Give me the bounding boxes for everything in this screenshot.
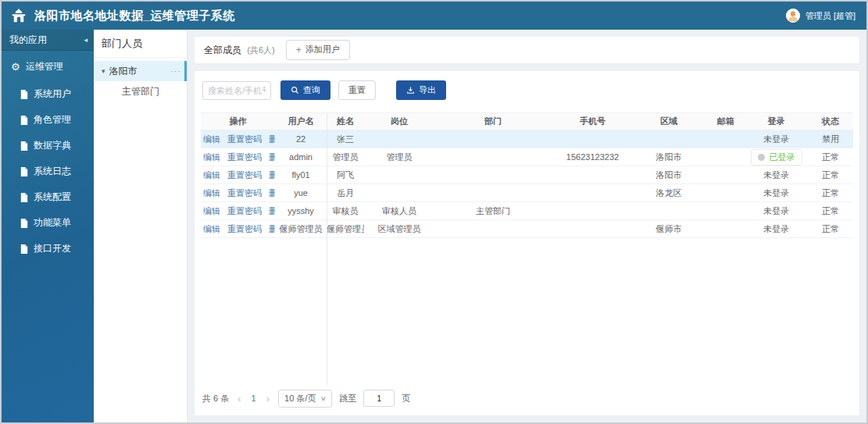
cell-status: 正常 [805,223,855,235]
chevron-down-icon: ∨ [320,395,327,402]
sidebar-item-system-logs[interactable]: 系统日志 [2,159,94,184]
page-number-1[interactable]: 1 [250,394,258,403]
table-row[interactable]: 编辑 重置密码 删除 yue 岳月 洛龙区 未登录 正常 [201,184,853,202]
export-icon [406,86,415,94]
sidebar-item-system-users[interactable]: 系统用户 [2,81,94,107]
prev-page-button[interactable]: ‹ [236,393,242,404]
edit-link[interactable]: 编辑 [203,224,220,233]
login-status-text: 未登录 [763,170,789,180]
cell-actions: 编辑 重置密码 删除 [201,187,275,199]
cell-status: 禁用 [805,134,855,145]
table-row[interactable]: 编辑 重置密码 删除 22 张三 未登录 禁用 [201,130,853,148]
search-toolbar: 查询 重置 导出 [201,80,853,100]
sidebar-group-label: 运维管理 [26,60,63,73]
caret-down-icon[interactable]: ▾ [102,67,105,75]
cell-status: 正常 [805,205,855,217]
table-body: 编辑 重置密码 删除 22 张三 未登录 禁用 编辑 重置密码 删除 admin… [201,130,853,238]
cell-username: 偃师管理员 [275,223,327,235]
cell-name: 阿飞 [327,169,364,181]
edit-link[interactable]: 编辑 [203,152,220,162]
logged-in-badge[interactable]: 已登录 [751,149,802,166]
cell-position: 区域管理员 [364,223,434,235]
gear-icon: ⚙ [11,62,20,72]
page-size-select[interactable]: 10 条/页 ∨ [278,390,332,408]
tree-item-label: 洛阳市 [109,65,138,78]
cell-login: 未登录 [747,134,805,145]
reset-password-link[interactable]: 重置密码 [227,152,262,162]
table-row[interactable]: 编辑 重置密码 删除 fly01 阿飞 洛阳市 未登录 正常 [201,166,853,184]
column-header-actions: 操作 [201,116,275,127]
user-menu[interactable]: 管理员 [超管] [786,9,855,23]
edit-link[interactable]: 编辑 [203,206,220,216]
edit-link[interactable]: 编辑 [203,188,220,198]
search-input[interactable] [202,81,271,100]
members-count: (共6人) [247,45,274,55]
reset-password-link[interactable]: 重置密码 [227,224,262,233]
reset-password-link[interactable]: 重置密码 [227,188,262,198]
sidebar-item-role-management[interactable]: 角色管理 [2,107,94,133]
delete-link[interactable]: 删除 [269,152,275,162]
members-summary: 全部成员 (共6人) [204,44,275,57]
sidebar-item-function-menu[interactable]: 功能菜单 [2,210,94,236]
user-avatar-icon [786,9,800,23]
members-toolbar: 全部成员 (共6人) + 添加用户 [194,36,860,64]
export-button[interactable]: 导出 [396,80,446,100]
reset-button[interactable]: 重置 [338,80,376,100]
tree-item-luoyang[interactable]: ▾ 洛阳市 ··· [94,61,187,81]
column-header-login: 登录 [747,116,805,127]
reset-password-link[interactable]: 重置密码 [227,206,262,216]
delete-link[interactable]: 删除 [269,206,275,216]
column-header-department: 部门 [434,116,552,127]
sidebar-item-api-development[interactable]: 接口开发 [2,236,94,262]
more-options-icon[interactable]: ··· [170,66,181,76]
column-header-phone: 手机号 [552,116,634,127]
user-name: 管理员 [超管] [805,10,855,22]
column-header-position: 岗位 [364,116,434,127]
reset-password-link[interactable]: 重置密码 [227,134,262,144]
table-row[interactable]: 编辑 重置密码 删除 偃师管理员 偃师管理员 区域管理员 偃师市 未登录 正常 [201,220,853,238]
sidebar-group-ops-management[interactable]: ⚙ 运维管理 [2,51,94,81]
sidebar-header-my-apps[interactable]: 我的应用 ◂ [2,30,94,51]
sidebar-menu: 系统用户 角色管理 数据字典 系统日志 系统配置 [2,81,94,262]
table-row[interactable]: 编辑 重置密码 删除 admin 管理员 管理员 15623123232 洛阳市… [201,148,853,166]
cell-username: yue [275,188,327,198]
table-row[interactable]: 编辑 重置密码 删除 yysshy 审核员 审核人员 主管部门 未登录 正常 [201,202,853,220]
column-header-region: 区域 [634,116,704,127]
document-icon [20,193,28,202]
cell-login: 未登录 [747,169,805,181]
login-status-text: 未登录 [763,224,789,233]
reset-password-link[interactable]: 重置密码 [227,170,262,180]
cell-actions: 编辑 重置密码 删除 [201,223,275,235]
delete-link[interactable]: 删除 [269,134,275,144]
cell-actions: 编辑 重置密码 删除 [201,205,275,217]
delete-link[interactable]: 删除 [269,170,275,180]
tree-item-supervisor-dept[interactable]: 主管部门 [94,81,187,102]
cell-department: 主管部门 [434,205,552,217]
delete-link[interactable]: 删除 [269,224,275,233]
edit-link[interactable]: 编辑 [203,134,220,144]
edit-link[interactable]: 编辑 [203,170,220,180]
app-body: 我的应用 ◂ ⚙ 运维管理 系统用户 角色管理 数据字典 [2,30,866,422]
reset-label: 重置 [348,85,366,95]
sidebar-item-label: 数据字典 [34,139,71,152]
cell-name: 张三 [327,134,364,145]
cell-actions: 编辑 重置密码 删除 [201,134,275,145]
collapse-icon[interactable]: ◂ [84,36,88,44]
column-header-status: 状态 [805,116,855,127]
cell-name: 偃师管理员 [327,223,364,235]
department-panel-title: 部门人员 [94,30,187,58]
query-button[interactable]: 查询 [280,80,330,100]
next-page-button[interactable]: › [265,393,271,404]
column-header-name: 姓名 [327,116,364,127]
add-user-button[interactable]: + 添加用户 [286,40,350,60]
cell-actions: 编辑 重置密码 删除 [201,151,275,163]
sidebar-item-system-config[interactable]: 系统配置 [2,184,94,210]
sidebar-item-data-dictionary[interactable]: 数据字典 [2,133,94,159]
search-icon [291,86,299,94]
jump-page-input[interactable] [363,390,395,407]
jump-label: 跳至 [339,393,356,404]
cell-position: 审核人员 [364,205,434,217]
delete-link[interactable]: 删除 [269,188,275,198]
login-status-text: 未登录 [763,206,789,216]
members-label: 全部成员 [204,45,241,55]
